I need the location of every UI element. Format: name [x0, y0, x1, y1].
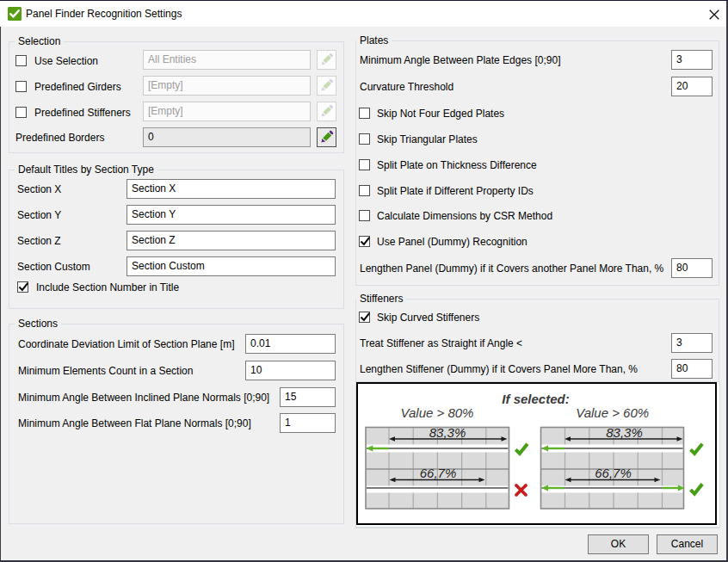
svg-text:Value > 80%: Value > 80%: [401, 405, 474, 420]
svg-text:Value > 60%: Value > 60%: [576, 405, 649, 420]
svg-text:83,3%: 83,3%: [606, 425, 643, 440]
svg-text:66,7%: 66,7%: [595, 466, 632, 480]
svg-text:66,7%: 66,7%: [420, 466, 457, 480]
svg-text:If selected:: If selected:: [502, 392, 569, 406]
svg-text:83,3%: 83,3%: [429, 425, 466, 440]
